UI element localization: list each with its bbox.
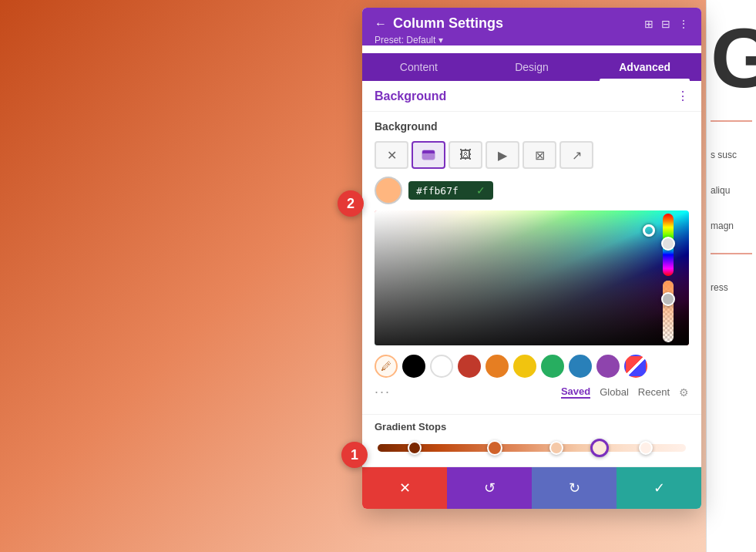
save-button[interactable]: ✓ bbox=[617, 467, 701, 509]
color-gradient-canvas-wrapper[interactable] bbox=[375, 210, 689, 345]
swatch-multi[interactable] bbox=[624, 355, 647, 378]
right-text-1: s susc bbox=[711, 148, 752, 162]
reset-icon: ↺ bbox=[484, 480, 496, 496]
color-confirm-icon[interactable]: ✓ bbox=[476, 184, 486, 197]
hue-slider-track[interactable] bbox=[663, 214, 674, 276]
redo-icon: ↻ bbox=[569, 480, 580, 496]
section-menu-icon[interactable]: ⋮ bbox=[677, 89, 689, 103]
right-text-4: ress bbox=[711, 281, 752, 295]
swatch-tab-global[interactable]: Global bbox=[600, 386, 629, 398]
swatches-footer: ··· Saved Global Recent ⚙ bbox=[375, 381, 689, 406]
svg-rect-1 bbox=[422, 153, 435, 160]
gradient-stops-label: Gradient Stops bbox=[375, 421, 689, 433]
stop-thumb-2[interactable] bbox=[487, 440, 502, 456]
panel-title-group: ← Column Settings bbox=[375, 15, 503, 32]
gradient-black-overlay bbox=[375, 210, 689, 345]
gradient-stops-track[interactable] bbox=[378, 440, 686, 456]
color-hex-input[interactable] bbox=[416, 185, 470, 197]
panel-header: ← Column Settings ⊞ ⊟ ⋮ Preset: Default … bbox=[362, 8, 701, 45]
collapse-icon[interactable]: ⊟ bbox=[661, 18, 670, 30]
swatch-blue[interactable] bbox=[569, 355, 592, 378]
section-title: Background bbox=[375, 89, 446, 103]
swatch-black[interactable] bbox=[402, 355, 425, 378]
right-text-3: magn bbox=[711, 219, 752, 233]
more-icon[interactable]: ⋮ bbox=[678, 18, 689, 30]
step-badge-1: 1 bbox=[341, 442, 368, 468]
eyedropper-icon: 🖉 bbox=[381, 360, 391, 372]
swatch-red[interactable] bbox=[458, 355, 481, 378]
tab-design[interactable]: Design bbox=[475, 53, 589, 81]
panel-body: Background ⋮ Background ✕ 🖼 ▶ ⊠ ↗ bbox=[362, 81, 701, 466]
panel-header-top: ← Column Settings ⊞ ⊟ ⋮ bbox=[375, 15, 689, 32]
swatch-tabs: Saved Global Recent ⚙ bbox=[561, 385, 689, 399]
panel-title: Column Settings bbox=[393, 15, 503, 32]
more-dots[interactable]: ··· bbox=[375, 384, 391, 400]
tab-content[interactable]: Content bbox=[362, 53, 475, 81]
stop-thumb-4[interactable] bbox=[590, 439, 609, 457]
color-input-bar: ✓ bbox=[375, 177, 689, 204]
preset-label: Preset: Default bbox=[375, 35, 435, 45]
background-label: Background bbox=[375, 120, 438, 133]
swatches-row: 🖉 bbox=[375, 348, 689, 381]
back-icon[interactable]: ← bbox=[375, 17, 387, 31]
stop-thumb-3[interactable] bbox=[549, 441, 563, 455]
swatch-yellow[interactable] bbox=[513, 355, 536, 378]
bg-type-none[interactable]: ✕ bbox=[375, 141, 408, 169]
redo-button[interactable]: ↻ bbox=[532, 467, 617, 509]
bg-type-color[interactable] bbox=[412, 141, 445, 169]
swatch-tab-saved[interactable]: Saved bbox=[561, 385, 590, 399]
alpha-slider-track[interactable] bbox=[663, 281, 674, 343]
stop-thumb-1[interactable] bbox=[408, 441, 422, 455]
preset-arrow: ▾ bbox=[438, 35, 443, 45]
reset-button[interactable]: ↺ bbox=[447, 467, 532, 509]
preset-selector[interactable]: Preset: Default ▾ bbox=[375, 35, 689, 45]
stop-thumb-5[interactable] bbox=[639, 441, 653, 455]
bg-type-pattern[interactable]: ⊠ bbox=[522, 141, 556, 169]
gradient-stops-section: Gradient Stops bbox=[362, 414, 701, 466]
column-settings-panel: ← Column Settings ⊞ ⊟ ⋮ Preset: Default … bbox=[362, 8, 701, 509]
panel-header-icons: ⊞ ⊟ ⋮ bbox=[644, 18, 689, 30]
step-badge-2: 2 bbox=[338, 190, 364, 217]
right-text-2: aliqu bbox=[711, 183, 752, 197]
section-header: Background ⋮ bbox=[362, 81, 701, 112]
swatch-tab-recent[interactable]: Recent bbox=[638, 386, 670, 398]
gradient-cursor[interactable] bbox=[643, 224, 655, 237]
panel-footer: ✕ ↺ ↻ ✓ bbox=[362, 466, 701, 509]
swatch-green[interactable] bbox=[541, 355, 564, 378]
panel-tabs: Content Design Advanced bbox=[362, 53, 701, 81]
right-panel-letter: G bbox=[711, 15, 752, 100]
swatch-white[interactable] bbox=[430, 355, 453, 378]
cancel-icon: ✕ bbox=[399, 480, 411, 496]
right-content-panel: G s susc aliqu magn ress bbox=[706, 0, 756, 552]
right-divider-1 bbox=[711, 120, 752, 122]
tab-advanced[interactable]: Advanced bbox=[588, 53, 701, 81]
color-picker-section: ✓ bbox=[362, 177, 701, 414]
color-preview-swatch[interactable] bbox=[375, 177, 402, 204]
hue-slider-thumb[interactable] bbox=[661, 237, 675, 251]
swatch-purple[interactable] bbox=[596, 355, 620, 378]
sliders-column bbox=[663, 214, 674, 342]
background-label-row: Background bbox=[362, 112, 701, 138]
swatch-orange[interactable] bbox=[486, 355, 509, 378]
color-hex-wrapper: ✓ bbox=[408, 181, 493, 200]
cancel-button[interactable]: ✕ bbox=[362, 467, 447, 509]
expand-icon[interactable]: ⊞ bbox=[644, 18, 654, 30]
bg-type-row: ✕ 🖼 ▶ ⊠ ↗ bbox=[362, 138, 701, 177]
bg-type-video[interactable]: ▶ bbox=[486, 141, 519, 169]
bg-type-image[interactable]: 🖼 bbox=[449, 141, 482, 169]
eyedropper-swatch[interactable]: 🖉 bbox=[375, 355, 398, 378]
save-icon: ✓ bbox=[654, 480, 665, 496]
swatch-settings-icon[interactable]: ⚙ bbox=[679, 386, 689, 399]
right-divider-2 bbox=[711, 253, 752, 254]
bg-type-map[interactable]: ↗ bbox=[559, 141, 593, 169]
alpha-slider-thumb[interactable] bbox=[661, 292, 675, 306]
